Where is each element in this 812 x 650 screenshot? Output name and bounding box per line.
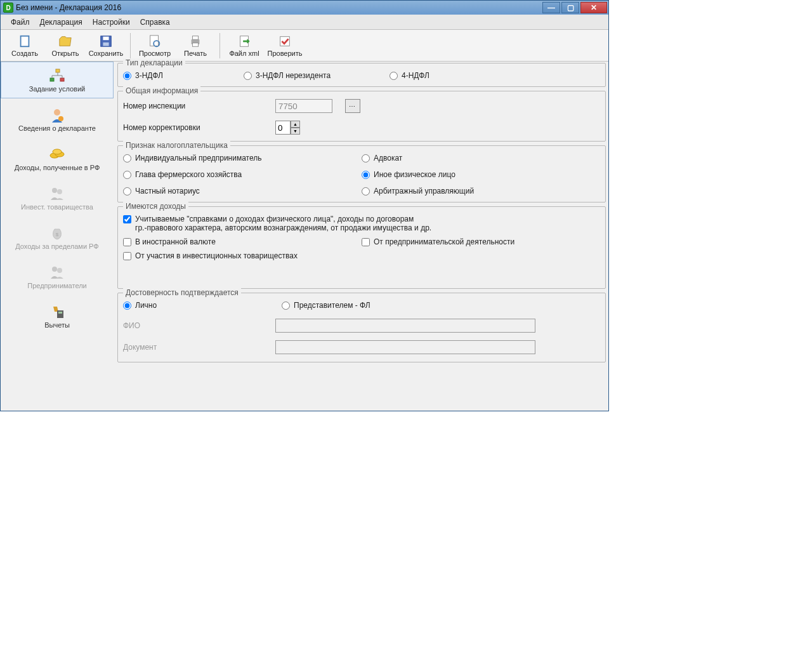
sidebar-item-invest[interactable]: Инвест. товарищества: [1, 180, 114, 216]
open-button[interactable]: Открыть: [45, 31, 86, 60]
sidebar-item-deductions[interactable]: Вычеты: [1, 298, 114, 335]
document-new-icon: [18, 34, 32, 48]
inspection-label: Номер инспекции: [123, 102, 275, 110]
preview-icon: [148, 34, 162, 48]
menu-settings[interactable]: Настройки: [88, 16, 135, 29]
radio-individual-entrepreneur[interactable]: Индивидуальный предприниматель: [123, 154, 355, 162]
check-investment-partnership[interactable]: От участия в инвестиционных товарищества…: [123, 251, 600, 260]
check-button[interactable]: Проверить: [265, 31, 305, 60]
sidebar-item-declarant[interactable]: Сведения о декларанте: [1, 101, 114, 138]
document-label: Документ: [123, 343, 275, 352]
moneybag-icon: $: [48, 225, 66, 241]
check-foreign-currency[interactable]: В иностранной валюте: [123, 237, 362, 246]
create-button[interactable]: Создать: [4, 31, 45, 60]
radio-3ndfl-nonresident[interactable]: 3-НДФЛ нерезидента: [244, 71, 383, 80]
correction-spinner[interactable]: ▲▼: [275, 121, 300, 135]
group-general-info: Общая информация Номер инспекции ⋯ Номер…: [117, 91, 606, 142]
sidebar-item-label: Предприниматели: [26, 282, 88, 289]
sidebar-item-income-rf[interactable]: Доходы, полученные в РФ: [1, 140, 114, 177]
radio-arbitration-manager[interactable]: Арбитражный управляющий: [362, 187, 594, 196]
sidebar-item-label: Сведения о декларанте: [17, 124, 97, 132]
menu-declaration[interactable]: Декларация: [35, 16, 88, 29]
sidebar-item-label: Вычеты: [43, 321, 71, 329]
group-taxpayer-sign: Признак налогоплательщика Индивидуальный…: [117, 145, 606, 202]
radio-4ndfl[interactable]: 4-НДФЛ: [390, 71, 429, 80]
svg-rect-11: [56, 69, 60, 72]
correction-label: Номер корректировки: [123, 123, 275, 132]
group-incomes: Имеются доходы Учитываемые "справками о …: [117, 206, 606, 289]
minimize-button[interactable]: —: [542, 2, 560, 13]
svg-point-22: [52, 267, 57, 272]
svg-rect-13: [60, 78, 64, 81]
radio-lawyer[interactable]: Адвокат: [362, 154, 594, 162]
preview-button[interactable]: Просмотр: [134, 31, 175, 60]
svg-point-19: [52, 188, 57, 193]
svg-rect-8: [192, 43, 198, 46]
group-legend: Признак налогоплательщика: [123, 141, 230, 150]
group-legend: Имеются доходы: [123, 202, 188, 211]
window-title: Без имени - Декларация 2016: [16, 3, 542, 12]
folder-open-icon: [58, 34, 72, 48]
svg-rect-24: [57, 310, 63, 318]
fio-label: ФИО: [123, 321, 275, 330]
coins-icon: [48, 147, 66, 162]
radio-other-individual[interactable]: Иное физическое лицо: [362, 170, 594, 179]
svg-point-14: [54, 109, 60, 116]
main-panel: Тип декларации 3-НДФЛ 3-НДФЛ нерезидента…: [115, 62, 608, 411]
radio-representative[interactable]: Представителем - ФЛ: [282, 301, 370, 310]
toolbar-separator: [130, 33, 131, 58]
person-icon: [48, 107, 66, 123]
radio-farm-head[interactable]: Глава фермерского хозяйства: [123, 170, 355, 179]
fio-input: [275, 319, 535, 333]
tree-icon: [48, 68, 66, 83]
sidebar-item-conditions[interactable]: Задание условий: [1, 62, 114, 98]
svg-text:$: $: [56, 232, 59, 237]
spin-down-button[interactable]: ▼: [291, 128, 300, 135]
svg-point-23: [57, 268, 62, 273]
radio-3ndfl[interactable]: 3-НДФЛ: [123, 71, 237, 80]
sidebar-item-label: Доходы, полученные в РФ: [13, 164, 102, 171]
group-declaration-type: Тип декларации 3-НДФЛ 3-НДФЛ нерезидента…: [117, 63, 606, 87]
menu-help[interactable]: Справка: [135, 16, 175, 29]
svg-rect-0: [21, 36, 29, 46]
sidebar: Задание условий Сведения о декларанте До…: [1, 62, 115, 411]
sidebar-item-label: Инвест. товарищества: [20, 203, 95, 211]
print-button[interactable]: Печать: [175, 31, 216, 60]
sidebar-item-label: Доходы за пределами РФ: [14, 242, 100, 250]
correction-input[interactable]: [275, 121, 291, 135]
svg-point-20: [57, 189, 62, 194]
svg-point-15: [58, 116, 63, 121]
group-legend: Общая информация: [123, 86, 200, 95]
svg-rect-12: [50, 78, 54, 81]
maximize-button[interactable]: ▢: [561, 2, 579, 13]
spin-up-button[interactable]: ▲: [291, 121, 300, 128]
svg-rect-7: [192, 36, 198, 39]
group-confirmation: Достоверность подтверждается Лично Предс…: [117, 293, 606, 362]
floppy-disk-icon: [99, 34, 113, 48]
inspection-browse-button[interactable]: ⋯: [345, 99, 360, 113]
radio-private-notary[interactable]: Частный нотариус: [123, 187, 355, 196]
sidebar-item-income-abroad[interactable]: $ Доходы за пределами РФ: [1, 219, 114, 256]
radio-personally[interactable]: Лично: [123, 301, 275, 310]
close-button[interactable]: ✕: [580, 2, 607, 13]
menubar: Файл Декларация Настройки Справка: [1, 15, 608, 30]
save-button[interactable]: Сохранить: [86, 31, 126, 60]
check-business-activity[interactable]: От предпринимательской деятельности: [362, 237, 600, 246]
svg-rect-10: [280, 36, 290, 46]
printer-icon: [188, 34, 202, 48]
toolbar: Создать Открыть Сохранить Просмотр Печат…: [1, 30, 608, 62]
check-income-certificates[interactable]: Учитываемые "справками о доходах физичес…: [123, 215, 600, 232]
sidebar-item-entrepreneurs[interactable]: Предприниматели: [1, 258, 114, 295]
app-window: D Без имени - Декларация 2016 — ▢ ✕ Файл…: [0, 0, 609, 411]
people-icon: [48, 186, 66, 201]
document-input: [275, 340, 535, 354]
file-xml-icon: [237, 34, 251, 48]
group-legend: Достоверность подтверждается: [123, 288, 241, 297]
inspection-input[interactable]: [275, 99, 332, 113]
menu-file[interactable]: Файл: [6, 16, 35, 29]
titlebar: D Без имени - Декларация 2016 — ▢ ✕: [1, 1, 608, 15]
filexml-button[interactable]: Файл xml: [224, 31, 265, 60]
svg-rect-3: [103, 42, 108, 46]
toolbar-separator: [219, 33, 220, 58]
sidebar-item-label: Задание условий: [28, 85, 86, 93]
